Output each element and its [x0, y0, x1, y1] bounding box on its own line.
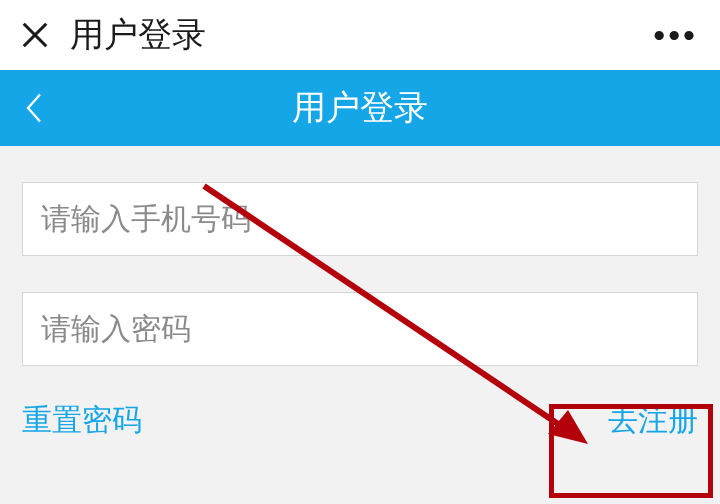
app-header: 用户登录 — [0, 70, 720, 146]
system-title: 用户登录 — [70, 12, 206, 58]
link-row: 重置密码 去注册 — [0, 366, 720, 441]
login-form — [0, 146, 720, 366]
close-icon — [20, 20, 50, 50]
page-title: 用户登录 — [0, 85, 720, 131]
system-title-bar: 用户登录 ••• — [0, 0, 720, 70]
password-input[interactable] — [22, 292, 698, 366]
back-button[interactable] — [22, 88, 46, 128]
close-button[interactable] — [18, 18, 52, 52]
more-icon: ••• — [653, 16, 698, 54]
chevron-left-icon — [25, 91, 43, 125]
reset-password-link[interactable]: 重置密码 — [22, 400, 142, 441]
phone-input[interactable] — [22, 182, 698, 256]
more-menu-button[interactable]: ••• — [653, 16, 702, 55]
register-link[interactable]: 去注册 — [608, 400, 698, 441]
